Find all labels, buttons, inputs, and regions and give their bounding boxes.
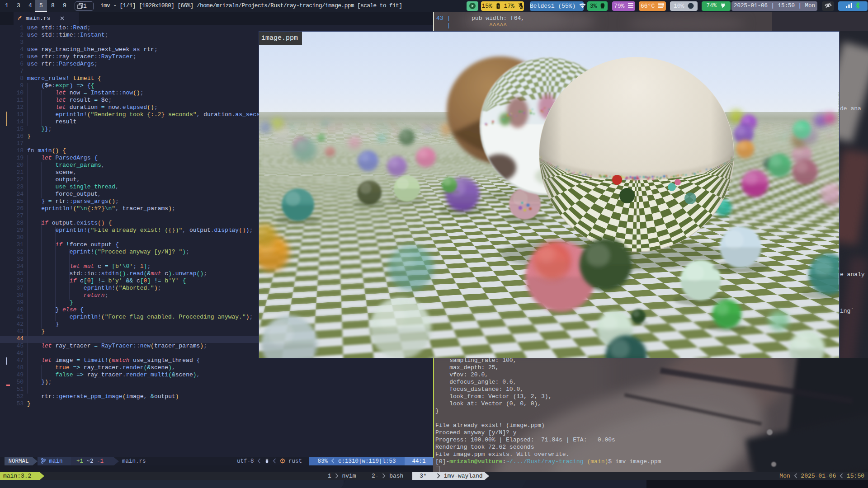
svg-text:?: ? [497, 4, 499, 8]
